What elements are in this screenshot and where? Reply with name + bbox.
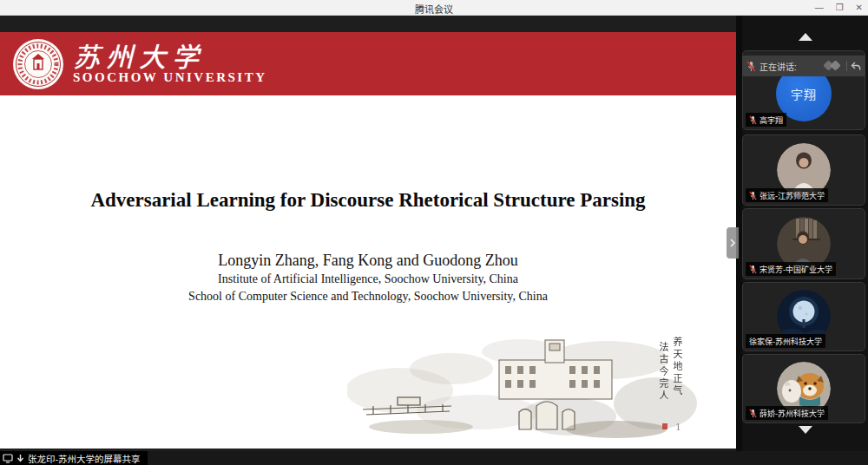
screen-share-icon xyxy=(3,454,13,463)
scroll-up-button[interactable] xyxy=(742,33,868,41)
slide-title: Adversarial Learning for Discourse Rheto… xyxy=(0,189,736,212)
mic-muted-icon xyxy=(746,61,756,72)
audio-down-icon xyxy=(16,454,24,463)
window-titlebar: 腾讯会议 — ❐ ✕ xyxy=(0,0,868,16)
screen-share-indicator: 张龙印-苏州大学的屏幕共享 xyxy=(0,451,148,465)
soochow-university-seal-logo xyxy=(12,38,64,90)
participant-name: 张远-江苏师范大学 xyxy=(760,190,825,201)
slide-affiliation-1: Institute of Artificial Intelligence, So… xyxy=(0,272,736,286)
speaking-now-bar: 正在讲话: xyxy=(742,56,865,76)
participant-nameplate: 徐家保-苏州科技大学 xyxy=(746,334,825,348)
university-name-cn: 苏州大学 xyxy=(73,36,205,75)
participant-name: 薛娇-苏州科技大学 xyxy=(760,408,825,419)
mic-muted-icon xyxy=(749,191,757,200)
participant-nameplate: 宋贤芳-中国矿业大学 xyxy=(746,262,836,276)
participant-name: 宋贤芳-中国矿业大学 xyxy=(760,264,832,275)
participant-name: 高宇翔 xyxy=(760,115,783,126)
meeting-main-area: 苏州大学 SOOCHOW UNIVERSITY Adversarial Lear… xyxy=(0,16,868,451)
participant-tile[interactable]: 宋贤芳-中国矿业大学 xyxy=(742,208,865,279)
university-name-en: SOOCHOW UNIVERSITY xyxy=(73,70,267,85)
share-status-text: 张龙印-苏州大学的屏幕共享 xyxy=(28,452,141,465)
app-window: 腾讯会议 — ❐ ✕ xyxy=(0,0,868,465)
sidebar-collapse-tab[interactable] xyxy=(727,227,739,259)
participant-nameplate: 张远-江苏师范大学 xyxy=(746,188,828,202)
shared-screen-view: 苏州大学 SOOCHOW UNIVERSITY Adversarial Lear… xyxy=(0,16,736,451)
motto-column-right: 养天地正气 xyxy=(670,337,684,397)
minimize-icon[interactable]: — xyxy=(815,0,824,16)
meeting-logo-icon xyxy=(822,61,843,72)
speaking-now-label: 正在讲话: xyxy=(760,60,797,73)
mic-muted-icon xyxy=(749,265,757,274)
participant-name: 徐家保-苏州科技大学 xyxy=(749,336,822,347)
campus-ink-painting xyxy=(347,330,705,442)
artist-seal-mark xyxy=(662,423,667,429)
avatar-initials: 宇翔 xyxy=(791,85,817,102)
slide-affiliation-2: School of Computer Science and Technolog… xyxy=(0,290,736,304)
participant-nameplate: 薛娇-苏州科技大学 xyxy=(746,406,828,420)
slide-banner: 苏州大学 SOOCHOW UNIVERSITY xyxy=(0,32,736,95)
presentation-slide: Adversarial Learning for Discourse Rheto… xyxy=(0,95,736,449)
back-arrow-icon[interactable] xyxy=(851,62,861,71)
mic-muted-icon xyxy=(749,409,757,418)
window-title: 腾讯会议 xyxy=(0,2,868,16)
slide-authors: Longyin Zhang, Fang Kong and Guodong Zho… xyxy=(0,252,736,270)
participant-tile[interactable]: 张远-江苏师范大学 xyxy=(742,134,865,206)
triangle-up-icon xyxy=(799,33,812,41)
restore-icon[interactable]: ❐ xyxy=(836,0,844,16)
triangle-down-icon xyxy=(799,426,812,434)
motto-column-left: 法古今完人 xyxy=(656,342,670,403)
scroll-down-button[interactable] xyxy=(742,426,868,434)
close-icon[interactable]: ✕ xyxy=(856,0,863,16)
status-bar: 张龙印-苏州大学的屏幕共享 xyxy=(0,451,868,465)
participant-nameplate: 高宇翔 xyxy=(746,113,786,127)
participant-tile[interactable]: 薛娇-苏州科技大学 xyxy=(742,354,865,423)
participant-tile[interactable]: 徐家保-苏州科技大学 xyxy=(742,282,865,351)
mic-muted-icon xyxy=(749,115,757,125)
participants-sidebar: 宇翔 高宇翔 正在讲话: xyxy=(742,16,868,451)
divider xyxy=(846,61,847,71)
slide-page-number: 1 xyxy=(675,420,681,434)
